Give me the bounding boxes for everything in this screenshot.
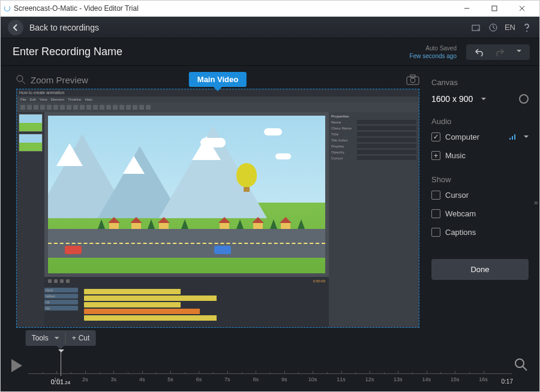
- show-captions-label: Captions: [445, 228, 476, 237]
- play-button[interactable]: [10, 358, 23, 373]
- undo-redo-group: [466, 44, 530, 60]
- inner-playbar: 0:00:00: [44, 277, 329, 285]
- tick-label: 5s: [167, 376, 173, 382]
- app: Back to recordings EN Auto Saved Few sec…: [0, 17, 540, 392]
- manage-icon[interactable]: [471, 23, 482, 32]
- canvas-section-title: Canvas: [431, 78, 529, 87]
- history-icon[interactable]: [488, 23, 499, 32]
- tools-popup: Tools +Cut: [26, 330, 96, 346]
- checkbox-icon[interactable]: [431, 191, 440, 200]
- svg-point-10: [410, 78, 415, 83]
- inner-properties-panel: Properties Name Class Name Title Tab Ind…: [329, 112, 419, 327]
- back-label[interactable]: Back to recordings: [29, 23, 99, 32]
- close-button[interactable]: [508, 1, 536, 16]
- canvas-shape-button[interactable]: [519, 94, 529, 104]
- playhead[interactable]: [61, 349, 61, 376]
- audio-music-label: Music: [445, 151, 466, 160]
- show-cursor-label: Cursor: [445, 191, 469, 200]
- tick-label: 16s: [479, 376, 488, 382]
- inner-scenes-panel: [17, 112, 44, 327]
- inner-timeline: cloudballooncartop: [44, 285, 329, 327]
- undo-button[interactable]: [475, 48, 485, 56]
- chevron-down-icon[interactable]: [481, 98, 486, 102]
- inner-app-toolbar: [17, 102, 419, 112]
- snapshot-icon[interactable]: [406, 74, 419, 85]
- auto-saved-label: Auto Saved: [410, 44, 457, 52]
- show-cursor-row[interactable]: Cursor: [431, 188, 529, 203]
- inner-app-menu: FileEditViewElementTimelineHelp: [17, 97, 419, 102]
- plus-icon[interactable]: [431, 151, 440, 160]
- show-captions-row[interactable]: Captions: [431, 225, 529, 240]
- show-section-title: Show: [431, 175, 529, 184]
- svg-point-7: [17, 76, 23, 82]
- svg-rect-1: [492, 6, 497, 11]
- tick-label: 1s: [54, 376, 60, 382]
- tick-label: 15s: [451, 376, 460, 382]
- cut-button[interactable]: +Cut: [66, 330, 96, 346]
- language-button[interactable]: EN: [505, 23, 515, 32]
- options-panel: Canvas 1600 x 900 Audio Computer Music S…: [425, 66, 539, 331]
- svg-point-6: [526, 31, 527, 32]
- audio-computer-label: Computer: [445, 132, 479, 141]
- tools-button[interactable]: Tools: [26, 330, 65, 346]
- chevron-down-icon[interactable]: [524, 135, 529, 140]
- svg-point-12: [515, 359, 524, 367]
- chevron-down-icon: [55, 337, 59, 342]
- tick-label: 10s: [308, 376, 317, 382]
- minimize-button[interactable]: [453, 1, 481, 16]
- done-button[interactable]: Done: [431, 259, 529, 280]
- audio-section-title: Audio: [431, 117, 529, 126]
- main-video-callout: Main Video: [189, 72, 247, 87]
- recorded-content: How to create animation FileEditViewElem…: [17, 89, 419, 327]
- end-time: 0:17: [502, 378, 513, 385]
- tick-label: 12s: [365, 376, 374, 382]
- tick-label: 8s: [253, 376, 259, 382]
- back-button[interactable]: [8, 20, 23, 35]
- window-title: Screencast-O-Matic - Video Editor Trial: [14, 4, 139, 13]
- checkbox-icon[interactable]: [431, 228, 440, 237]
- app-icon: [4, 5, 10, 11]
- checkbox-icon[interactable]: [431, 132, 440, 141]
- redo-button[interactable]: [494, 48, 505, 56]
- tick-label: 13s: [394, 376, 403, 382]
- show-webcam-row[interactable]: Webcam: [431, 206, 529, 221]
- preview-pane: Zoom Preview Main Video How to create an…: [1, 66, 425, 331]
- recording-name-input[interactable]: [13, 46, 193, 58]
- tick-label: 9s: [281, 376, 287, 382]
- tick-label: 11s: [337, 376, 346, 382]
- audio-computer-row[interactable]: Computer: [431, 129, 529, 144]
- auto-saved-time: Few seconds ago: [410, 52, 457, 60]
- canvas-size-dropdown[interactable]: 1600 x 900: [431, 94, 473, 104]
- audio-level-icon: [509, 134, 515, 140]
- window-titlebar: Screencast-O-Matic - Video Editor Trial: [0, 0, 540, 17]
- header: Auto Saved Few seconds ago: [1, 38, 539, 66]
- tick-label: 2s: [82, 376, 88, 382]
- tick-label: 7s: [224, 376, 230, 382]
- show-webcam-label: Webcam: [445, 209, 476, 218]
- topbar: Back to recordings EN: [1, 17, 539, 38]
- zoom-icon[interactable]: [514, 358, 527, 371]
- tick-label: 4s: [139, 376, 145, 382]
- timeline-ruler[interactable]: 1s2s3s4s5s6s7s8s9s10s11s12s13s14s15s16s: [28, 373, 512, 385]
- inner-stage: [48, 116, 325, 273]
- expand-panel-icon[interactable]: »: [534, 198, 538, 207]
- tick-label: 14s: [422, 376, 431, 382]
- tick-label: 3s: [110, 376, 116, 382]
- maximize-button[interactable]: [481, 1, 508, 16]
- timeline-area: Tools +Cut 0:01.24 1s2s3s4s5s6s7s8s9s10s…: [1, 331, 539, 391]
- auto-saved-status: Auto Saved Few seconds ago: [410, 44, 457, 60]
- history-dropdown[interactable]: [517, 50, 521, 55]
- video-preview[interactable]: How to create animation FileEditViewElem…: [16, 89, 419, 328]
- svg-line-13: [523, 366, 527, 370]
- zoom-preview-label[interactable]: Zoom Preview: [31, 75, 88, 85]
- checkbox-icon[interactable]: [431, 209, 440, 218]
- help-icon[interactable]: [521, 23, 532, 32]
- svg-line-8: [22, 81, 25, 84]
- search-icon: [16, 75, 26, 85]
- audio-music-row[interactable]: Music: [431, 148, 529, 163]
- tick-label: 6s: [196, 376, 202, 382]
